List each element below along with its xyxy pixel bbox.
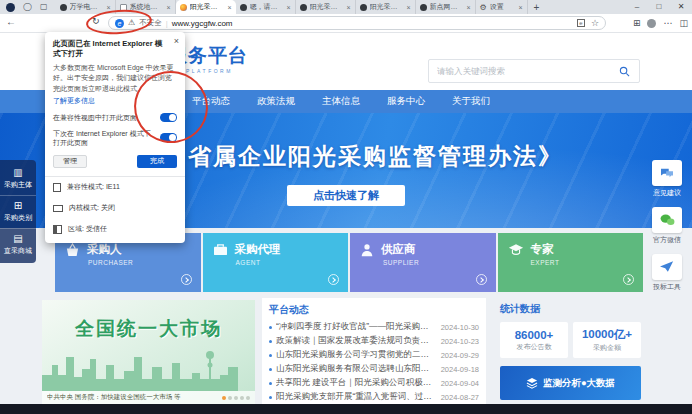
left-rail-item-purchase-entities[interactable]: ▥ 采购主体 — [0, 162, 36, 195]
browser-tab[interactable]: 嗯，请点击查看 × — [236, 0, 296, 14]
compat-view-toggle[interactable] — [160, 113, 177, 122]
favorite-star-icon[interactable]: ☆ — [591, 19, 599, 28]
learn-more-link[interactable]: 了解更多信息 — [53, 96, 95, 106]
tab-close-icon[interactable]: × — [346, 4, 350, 11]
more-menu-icon[interactable]: ⋯ — [663, 19, 672, 28]
storefront-icon: ▤ — [13, 234, 22, 244]
browser-tab-strip: ◯ ▢ 万学电子招投标 × 系统地址展示 × 阳光采购服务平 × 嗯，请点击查看… — [0, 0, 692, 14]
card-expert[interactable]: 专家 EXPERT — [498, 233, 644, 292]
stats-header: 统计数据 — [500, 302, 644, 316]
manage-button[interactable]: 管理 — [53, 155, 87, 168]
vertical-tabs-icon[interactable]: ▢ — [40, 3, 48, 11]
tab-title: 系统地址展示 — [130, 2, 164, 12]
card-agent[interactable]: 采购代理 AGENT — [203, 233, 349, 292]
tab-close-icon[interactable]: × — [166, 4, 170, 11]
news-item[interactable]: 山东阳光采购服务公司学习贯彻党的二十届三中全会精… 2024-09-29 — [269, 348, 479, 362]
card-supplier[interactable]: 供应商 SUPPLIER — [350, 233, 496, 292]
nav-item-entities[interactable]: 主体信息 — [322, 95, 360, 108]
profile-avatar-icon[interactable] — [647, 19, 656, 28]
market-carousel-card[interactable]: 全国统一大市场 中共中央 国务院：加快建设全国统一大市场 等 — [42, 300, 255, 404]
security-label: 不安全 — [139, 18, 162, 28]
news-item[interactable]: 阳光采购党支部开展“重温入党誓词、过政治生日”主… 2024-08-27 — [269, 390, 479, 404]
back-icon[interactable]: ← — [6, 17, 16, 27]
browser-tab-active[interactable]: 阳光采购服务平 × — [176, 0, 236, 14]
window-controls: – □ ✕ — [626, 0, 692, 14]
tab-close-icon[interactable]: × — [466, 4, 470, 11]
ie-mode-exit-icon[interactable]: e — [577, 19, 585, 27]
right-rail-item-wechat[interactable]: 官方微信 — [652, 207, 682, 245]
chevron-circle-icon — [623, 274, 634, 285]
url-text: www.ygcgfw.com — [172, 19, 233, 28]
left-rail: ▥ 采购主体 ⊞ 采购类别 ▤ 直采商城 — [0, 160, 36, 263]
layers-icon — [526, 378, 538, 389]
browser-toolbar: ← ↻ e ⚠ 不安全 | www.ygcgfw.com e ☆ ⊞ ⋯ ◫ — [0, 14, 692, 33]
workspaces-icon[interactable]: ◯ — [23, 3, 32, 11]
big-data-analysis-button[interactable]: 监测分析●大数据 — [500, 366, 641, 400]
news-item[interactable]: 政策解读｜国家发展改革委法规司负责同志就《评标专… 2024-10-23 — [269, 334, 479, 348]
browser-tab[interactable]: 阳光采购服务平 × — [356, 0, 416, 14]
banner-cta-button[interactable]: 点击快速了解 — [287, 185, 405, 206]
new-tab-button[interactable]: + — [534, 2, 540, 13]
nav-item-services[interactable]: 服务中心 — [387, 95, 425, 108]
paper-plane-icon — [660, 261, 674, 273]
nav-item-policies[interactable]: 政策法规 — [257, 95, 295, 108]
bullet-icon — [269, 340, 272, 343]
nav-item-platform-news[interactable]: 平台动态 — [192, 95, 230, 108]
tab-favicon-icon — [420, 4, 427, 11]
close-window-button[interactable]: ✕ — [670, 0, 692, 14]
tab-title: 设置 — [490, 2, 516, 12]
left-rail-item-purchase-categories[interactable]: ⊞ 采购类别 — [0, 195, 36, 228]
tab-close-icon[interactable]: × — [518, 4, 522, 11]
browser-tab-settings[interactable]: ⚙ 设置 × — [476, 0, 528, 14]
tab-close-icon[interactable]: × — [106, 4, 110, 11]
collections-icon[interactable]: ⊞ — [633, 19, 641, 28]
right-rail-item-feedback[interactable]: 意见建议 — [652, 160, 682, 198]
browser-tab[interactable]: 阳光采购服务平 × — [296, 0, 356, 14]
maximize-button[interactable]: □ — [648, 0, 670, 14]
sidebar-panel-icon[interactable]: ◫ — [679, 19, 688, 28]
carousel-dots[interactable] — [222, 396, 250, 400]
browser-tab[interactable]: 新点网络地址办 × — [416, 0, 476, 14]
banner-title: 省属企业阳光采购监督管理办法》 — [188, 141, 563, 172]
refresh-icon[interactable]: ↻ — [92, 17, 100, 26]
chevron-circle-icon — [476, 274, 487, 285]
search-input[interactable] — [429, 66, 609, 76]
bullet-icon — [269, 326, 272, 329]
browser-tab[interactable]: 系统地址展示 × — [116, 0, 176, 14]
market-caption: 中共中央 国务院：加快建设全国统一大市场 等 — [47, 393, 218, 402]
tab-close-icon[interactable]: × — [227, 4, 231, 11]
stats-panel: 统计数据 86000+ 发布公告数 10000亿+ 采购金额 监测分析●大数据 — [500, 298, 644, 404]
building-icon: ▥ — [13, 168, 22, 178]
popup-title: 此页面已在 Internet Explorer 模式下打开 — [53, 39, 177, 59]
tab-close-icon[interactable]: × — [286, 4, 290, 11]
nav-item-about[interactable]: 关于我们 — [452, 95, 490, 108]
tab-favicon-icon — [240, 4, 247, 11]
browser-logo-icon[interactable] — [6, 3, 15, 12]
bullet-icon — [269, 396, 272, 399]
search-button[interactable] — [609, 66, 639, 77]
chevron-circle-icon — [328, 274, 339, 285]
open-next-time-toggle[interactable] — [160, 133, 177, 142]
briefcase-icon — [213, 243, 228, 256]
close-icon[interactable]: × — [174, 36, 179, 46]
news-item[interactable]: 共享阳光 建设平台｜阳光采购公司积极推进沿黄九市阳… 2024-09-04 — [269, 376, 479, 390]
zone-info: 区域: 受信任 — [53, 219, 177, 240]
address-bar[interactable]: e ⚠ 不安全 | www.ygcgfw.com e ☆ — [108, 16, 606, 30]
tab-favicon-icon — [120, 4, 127, 11]
done-button[interactable]: 完成 — [137, 155, 177, 168]
news-item[interactable]: 山东阳光采购服务有限公司选聘山东阳光直采商城运营… 2024-09-18 — [269, 362, 479, 376]
tab-close-icon[interactable]: × — [406, 4, 410, 11]
basket-icon — [65, 243, 80, 257]
right-rail-item-bid-tools[interactable]: 投标工具 — [652, 254, 682, 292]
ie-mode-icon[interactable]: e — [115, 19, 124, 28]
site-logo-subtitle: PLATFORM — [186, 68, 233, 74]
stat-announcements: 86000+ 发布公告数 — [500, 322, 568, 358]
minimize-button[interactable]: – — [626, 0, 648, 14]
compat-view-row: 在兼容性视图中打开此页面 — [53, 113, 177, 122]
news-item[interactable]: “冲刺四季度 打好收官战”——阳光采购公司召开四季… 2024-10-30 — [269, 320, 479, 334]
bullet-icon — [269, 382, 272, 385]
person-icon — [360, 243, 374, 257]
stat-amount: 10000亿+ 采购金额 — [573, 322, 641, 358]
browser-tab[interactable]: 万学电子招投标 × — [56, 0, 116, 14]
left-rail-item-direct-mall[interactable]: ▤ 直采商城 — [0, 228, 36, 261]
